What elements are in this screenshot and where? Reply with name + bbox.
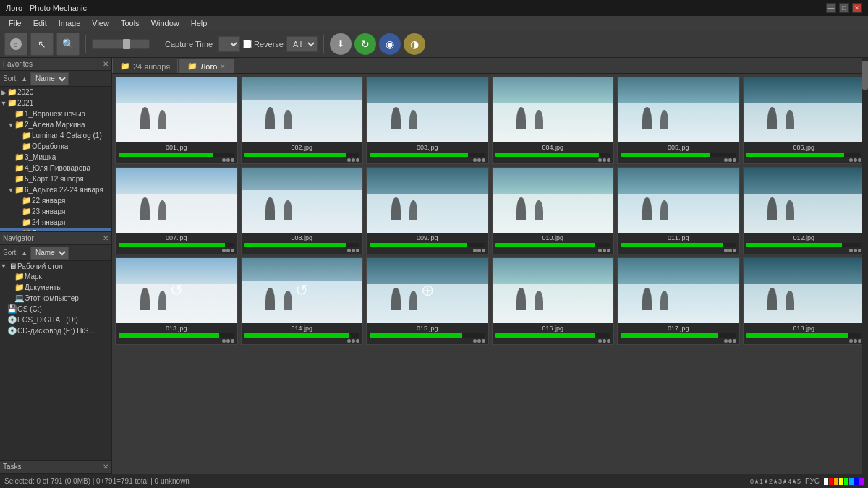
photo-cell[interactable]: 003.jpg bbox=[366, 77, 489, 164]
photo-dots bbox=[495, 339, 611, 343]
photo-dots bbox=[746, 249, 862, 252]
photo-thumbnail bbox=[242, 168, 363, 233]
favorites-close[interactable]: ✕ bbox=[103, 60, 109, 68]
refresh-button[interactable]: ↻ bbox=[354, 33, 376, 55]
photo-dot bbox=[473, 249, 477, 252]
photo-thumbnail: ⊕ bbox=[367, 258, 488, 323]
photo-dot bbox=[733, 339, 736, 343]
photo-dot bbox=[222, 249, 226, 252]
favorites-tree-item[interactable]: ▼📁2_Алена Маркина bbox=[0, 119, 111, 130]
photo-cell[interactable]: 016.jpg bbox=[492, 257, 615, 345]
navigator-close[interactable]: ✕ bbox=[103, 234, 109, 242]
favorites-tree-item[interactable]: ▶📁2020 bbox=[0, 87, 111, 98]
photo-dot bbox=[733, 249, 736, 252]
photo-cell[interactable]: ↺ 013.jpg bbox=[115, 257, 238, 345]
photo-dot bbox=[477, 158, 481, 162]
right-scrollbar[interactable] bbox=[862, 58, 868, 474]
favorites-tree-item[interactable]: 📁Обработка bbox=[0, 141, 111, 152]
menu-image[interactable]: Image bbox=[53, 17, 87, 29]
tasks-close[interactable]: ✕ bbox=[103, 463, 109, 471]
photo-thumbnail bbox=[618, 258, 739, 323]
photo-progress-bar-container bbox=[621, 243, 736, 247]
favorites-tree-item[interactable]: ▼📁2021 bbox=[0, 98, 111, 108]
minimize-button[interactable]: — bbox=[826, 3, 836, 13]
photo-progress-bar bbox=[495, 243, 595, 247]
photo-dot bbox=[477, 249, 481, 252]
photo-cell[interactable]: 009.jpg bbox=[366, 167, 489, 254]
cursor-button[interactable]: ↖ bbox=[30, 33, 54, 56]
photo-cell[interactable]: 006.jpg bbox=[743, 77, 866, 164]
navigator-tree-item[interactable]: ▼🖥Рабочий стол bbox=[0, 261, 111, 271]
favorites-tree-item[interactable]: 📁3_Мишка bbox=[0, 152, 111, 163]
photo-cell[interactable]: 001.jpg bbox=[115, 77, 238, 164]
reverse-checkbox[interactable]: Reverse bbox=[243, 40, 284, 48]
home-button[interactable]: ⌂ bbox=[4, 33, 27, 56]
svg-text:⌂: ⌂ bbox=[14, 40, 18, 48]
photo-dot bbox=[222, 339, 226, 343]
menu-file[interactable]: File bbox=[3, 17, 27, 29]
ingest-button[interactable]: ⬇ bbox=[330, 33, 352, 55]
photo-dots bbox=[621, 249, 736, 252]
favorites-tree-item[interactable]: 📁22 января bbox=[0, 195, 111, 206]
color-button[interactable]: ◉ bbox=[379, 33, 401, 55]
tab-close-1[interactable]: ✕ bbox=[220, 63, 226, 70]
photo-grid-area[interactable]: 001.jpg 002.jpg bbox=[112, 74, 868, 474]
photo-cell[interactable]: 010.jpg bbox=[492, 167, 615, 254]
photo-cell[interactable]: 002.jpg bbox=[241, 77, 364, 164]
photo-info: 013.jpg bbox=[116, 323, 237, 344]
navigator-tree-item[interactable]: 💾OS (C:) bbox=[0, 304, 111, 314]
photo-dot bbox=[598, 158, 602, 162]
favorites-tree-item[interactable]: 📁Лого bbox=[0, 228, 111, 231]
photo-progress-bar bbox=[746, 243, 842, 247]
photo-cell[interactable]: 017.jpg bbox=[617, 257, 740, 345]
photo-dot bbox=[603, 158, 606, 162]
favorites-tree-item[interactable]: ▼📁6_Адыгея 22-24 января bbox=[0, 184, 111, 195]
favorites-tree-item[interactable]: 📁1_Воронеж ночью bbox=[0, 108, 111, 119]
preview-button[interactable]: ◑ bbox=[404, 33, 425, 55]
photo-progress-bar-container bbox=[370, 333, 485, 338]
favorites-sort-combo[interactable]: Name bbox=[30, 72, 69, 85]
favorites-tree-item[interactable]: 📁Luminar 4 Catalog (1) bbox=[0, 130, 111, 141]
navigator-tree-item[interactable]: 💿EOS_DIGITAL (D:) bbox=[0, 314, 111, 325]
navigator-tree-item[interactable]: 📁Марк bbox=[0, 271, 111, 282]
tab-Лого[interactable]: 📁Лого✕ bbox=[179, 59, 234, 73]
menu-tools[interactable]: Tools bbox=[115, 17, 145, 29]
magnify-button[interactable]: 🔍 bbox=[56, 33, 80, 56]
favorites-tree-item[interactable]: 📁23 января bbox=[0, 206, 111, 217]
navigator-tree-item[interactable]: 💿CD-дисковод (E:) HiS... bbox=[0, 325, 111, 336]
navigator-tree: ▼🖥Рабочий стол📁Марк📁Документы💻Этот компь… bbox=[0, 261, 111, 460]
photo-cell[interactable]: 018.jpg bbox=[743, 257, 866, 345]
menu-window[interactable]: Window bbox=[145, 17, 185, 29]
menu-help[interactable]: Help bbox=[185, 17, 213, 29]
photo-progress-bar-container bbox=[495, 333, 611, 338]
reverse-label: Reverse bbox=[254, 40, 284, 48]
photo-cell[interactable]: 005.jpg bbox=[617, 77, 740, 164]
photo-cell[interactable]: ↺ 014.jpg bbox=[241, 257, 364, 345]
capture-time-combo[interactable] bbox=[218, 36, 240, 52]
size-slider[interactable] bbox=[92, 39, 150, 49]
navigator-sort-combo[interactable]: Name bbox=[30, 247, 69, 260]
photo-cell[interactable]: ⊕ 015.jpg bbox=[366, 257, 489, 345]
maximize-button[interactable]: □ bbox=[839, 3, 849, 13]
photo-thumbnail: ↺ bbox=[242, 258, 363, 323]
photo-cell[interactable]: 012.jpg bbox=[743, 167, 866, 254]
menu-edit[interactable]: Edit bbox=[27, 17, 53, 29]
photo-progress-bar bbox=[370, 333, 462, 338]
favorites-tree-item[interactable]: 📁5_Карт 12 января bbox=[0, 174, 111, 184]
photo-progress-bar-container bbox=[370, 153, 485, 157]
favorites-tree-item[interactable]: 📁4_Юля Пивоварова bbox=[0, 163, 111, 174]
photo-progress-bar bbox=[370, 153, 468, 157]
menu-view[interactable]: View bbox=[86, 17, 115, 29]
navigator-tree-item[interactable]: 💻Этот компьютер bbox=[0, 293, 111, 304]
tab-24 января[interactable]: 📁24 января bbox=[112, 59, 178, 73]
navigator-tree-item[interactable]: 📁Документы bbox=[0, 282, 111, 293]
photo-cell[interactable]: 011.jpg bbox=[617, 167, 740, 254]
photo-cell[interactable]: 004.jpg bbox=[492, 77, 615, 164]
photo-cell[interactable]: 007.jpg bbox=[115, 167, 238, 254]
photo-cell[interactable]: 008.jpg bbox=[241, 167, 364, 254]
favorites-tree-item[interactable]: 📁24 января bbox=[0, 217, 111, 228]
close-button[interactable]: ✕ bbox=[852, 3, 862, 13]
photo-dot bbox=[482, 249, 485, 252]
photo-info: 008.jpg bbox=[242, 233, 363, 254]
all-combo[interactable]: All bbox=[286, 36, 318, 52]
